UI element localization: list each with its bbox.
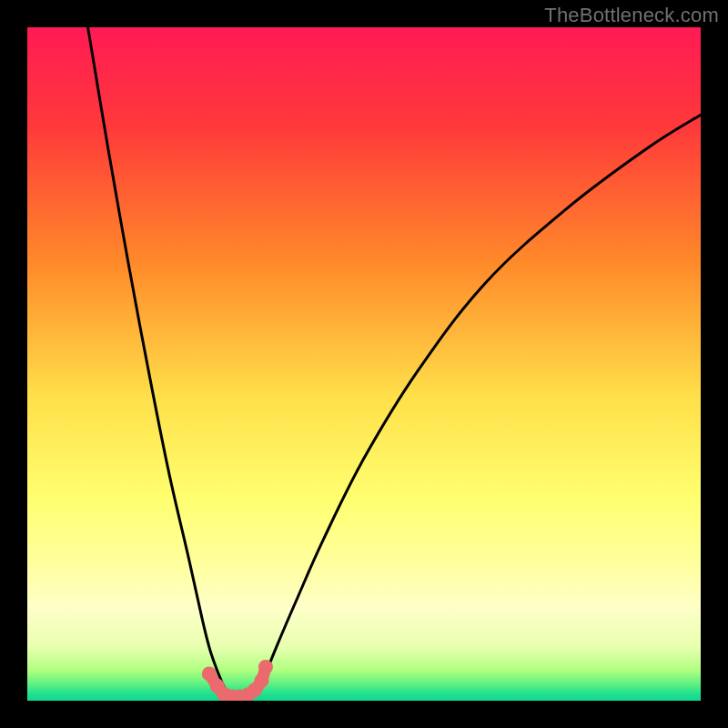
trough-point <box>258 660 273 674</box>
chart-frame: TheBottleneck.com <box>0 0 728 728</box>
credit-text: TheBottleneck.com <box>544 4 719 27</box>
bottleneck-curve <box>88 27 701 697</box>
trough-point <box>202 666 217 681</box>
trough-point <box>255 673 269 688</box>
chart-svg <box>0 0 728 728</box>
